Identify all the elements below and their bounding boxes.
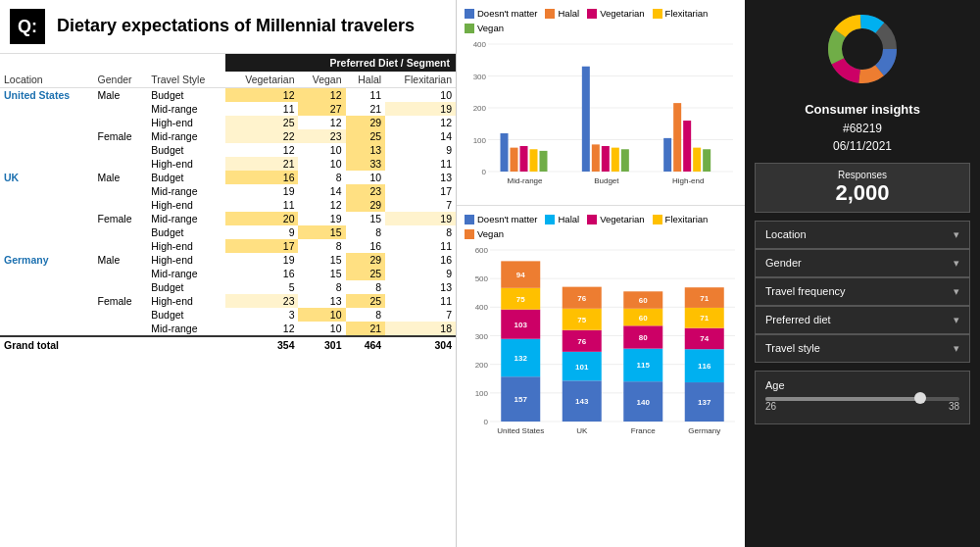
- age-slider-thumb[interactable]: [914, 392, 926, 404]
- svg-text:60: 60: [639, 296, 648, 305]
- cell-halal: 8: [346, 308, 386, 322]
- responses-label: Responses: [765, 170, 959, 180]
- cell-gender: [94, 184, 148, 198]
- svg-rect-16: [582, 67, 590, 172]
- col-location: Location: [0, 72, 94, 88]
- cell-gender: [94, 143, 148, 157]
- col-flexitarian: Flexitarian: [385, 72, 456, 88]
- svg-text:Budget: Budget: [594, 176, 619, 185]
- svg-rect-25: [693, 148, 701, 172]
- consumer-insights-title: Consumer insights: [755, 100, 970, 120]
- preferred-diet-header: Preferred Diet / Segment: [225, 54, 456, 72]
- legend-item: Halal: [545, 8, 579, 19]
- svg-text:100: 100: [473, 136, 487, 145]
- cell-flex: 11: [385, 157, 456, 171]
- svg-text:200: 200: [473, 104, 487, 113]
- dropdown-arrow: ▾: [954, 285, 959, 298]
- cell-style: High-end: [147, 253, 225, 267]
- cell-style: High-end: [147, 198, 225, 212]
- legend-item: Vegan: [465, 228, 504, 239]
- table-row: Budget 5 8 8 13: [0, 280, 456, 294]
- cell-flex: 18: [385, 322, 456, 336]
- legend-color: [465, 24, 474, 33]
- grand-total-flex: 304: [385, 336, 456, 353]
- col-halal: Halal: [346, 72, 386, 88]
- filter-gender[interactable]: Gender▾: [755, 249, 970, 277]
- grand-total-halal: 464: [346, 336, 386, 353]
- cell-flex: 17: [385, 184, 456, 198]
- cell-gender: [94, 225, 148, 239]
- age-filter[interactable]: Age 26 38: [755, 371, 970, 424]
- cell-flex: 8: [385, 225, 456, 239]
- filter-travel-frequency[interactable]: Travel frequency▾: [755, 277, 970, 306]
- q-badge: Q:: [10, 9, 45, 44]
- svg-text:300: 300: [473, 73, 487, 81]
- svg-text:143: 143: [575, 397, 589, 406]
- cell-veg: 19: [225, 184, 298, 198]
- legend-item: Vegan: [465, 23, 504, 33]
- cell-gender: [94, 308, 148, 322]
- svg-rect-20: [621, 149, 629, 172]
- cell-veg: 25: [225, 116, 298, 129]
- cell-veg: 17: [225, 239, 298, 253]
- cell-location: [0, 308, 94, 322]
- svg-text:75: 75: [516, 295, 525, 304]
- legend-color-bottom: [587, 215, 597, 224]
- svg-text:116: 116: [698, 362, 711, 371]
- cell-vegan: 14: [298, 184, 345, 198]
- svg-rect-12: [520, 146, 528, 172]
- cell-halal: 23: [346, 184, 386, 198]
- table-row: Mid-range 19 14 23 17: [0, 184, 456, 198]
- col-travel-style: Travel Style: [147, 72, 225, 88]
- dropdown-arrow: ▾: [954, 228, 959, 241]
- table-row: Female High-end 23 13 25 11: [0, 294, 456, 308]
- cell-veg: 12: [225, 143, 298, 157]
- cell-location: [0, 322, 94, 336]
- cell-veg: 21: [225, 157, 298, 171]
- legend-item: Vegetarian: [587, 8, 644, 19]
- bottom-chart-legend: Doesn't matterHalalVegetarianFlexitarian…: [465, 214, 737, 239]
- cell-flex: 9: [385, 267, 456, 280]
- cell-vegan: 10: [298, 157, 345, 171]
- legend-label-bottom: Halal: [558, 214, 579, 224]
- age-slider-track[interactable]: [765, 397, 959, 401]
- cell-vegan: 10: [298, 308, 345, 322]
- legend-label: Flexitarian: [665, 8, 709, 19]
- cell-halal: 33: [346, 157, 386, 171]
- cell-location: [0, 267, 94, 280]
- cell-vegan: 12: [298, 116, 345, 129]
- svg-text:UK: UK: [576, 426, 588, 435]
- table-row: Germany Male High-end 19 15 29 16: [0, 253, 456, 267]
- table-row: Mid-range 16 15 25 9: [0, 267, 456, 280]
- svg-text:94: 94: [516, 271, 525, 279]
- cell-veg: 16: [225, 267, 298, 280]
- cell-vegan: 23: [298, 129, 345, 143]
- svg-text:400: 400: [475, 303, 489, 312]
- header: Q: Dietary expectations of Millennial tr…: [0, 0, 456, 54]
- cell-location: [0, 198, 94, 212]
- cell-vegan: 10: [298, 322, 345, 336]
- cell-gender: [94, 239, 148, 253]
- svg-text:74: 74: [700, 334, 709, 343]
- cell-veg: 22: [225, 129, 298, 143]
- age-min: 26: [765, 401, 776, 412]
- table-row: Mid-range 11 27 21 19: [0, 102, 456, 116]
- svg-text:80: 80: [639, 333, 648, 342]
- svg-text:France: France: [631, 426, 656, 435]
- filter-preferred-diet[interactable]: Preferred diet▾: [755, 306, 970, 334]
- cell-style: Budget: [147, 143, 225, 157]
- grand-total-row: Grand total 354 301 464 304: [0, 336, 456, 353]
- cell-style: Mid-range: [147, 212, 225, 225]
- cell-style: Budget: [147, 88, 225, 103]
- cell-style: Budget: [147, 280, 225, 294]
- svg-text:0: 0: [484, 418, 489, 426]
- svg-text:500: 500: [475, 274, 489, 283]
- svg-text:103: 103: [514, 321, 528, 329]
- cell-halal: 29: [346, 198, 386, 212]
- svg-text:300: 300: [475, 332, 489, 341]
- donut-chart-container: [755, 10, 970, 88]
- filter-location[interactable]: Location▾: [755, 221, 970, 249]
- cell-flex: 14: [385, 129, 456, 143]
- cell-style: Mid-range: [147, 267, 225, 280]
- filter-travel-style[interactable]: Travel style▾: [755, 334, 970, 363]
